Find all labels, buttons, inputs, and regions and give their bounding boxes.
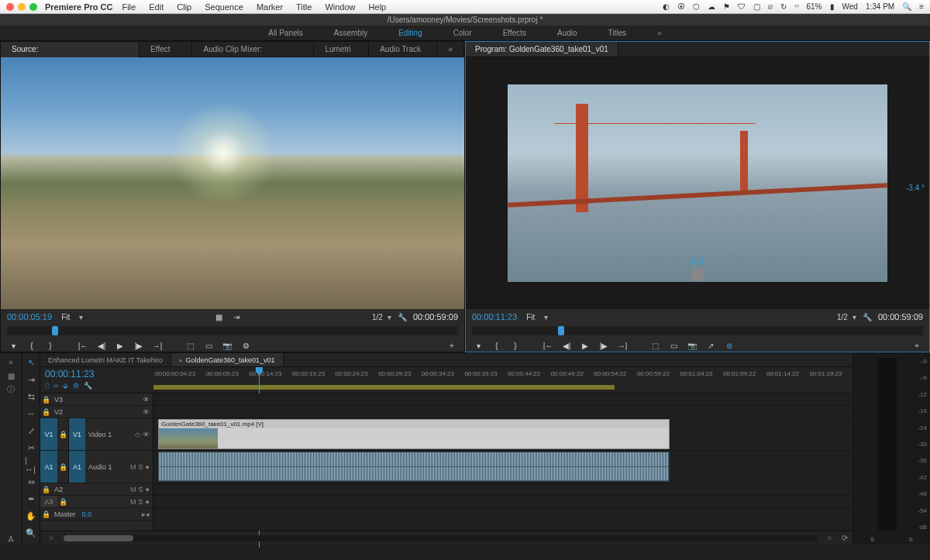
program-video-area[interactable]: -81.0 ° -3.4 ° (466, 57, 929, 309)
track-v2[interactable]: 🔒 V2 👁 (40, 406, 153, 418)
minimize-window[interactable] (18, 3, 26, 11)
master-level[interactable]: 0.0 (82, 510, 92, 518)
spotlight-icon[interactable]: 🔍 (902, 2, 911, 11)
window-controls[interactable] (6, 3, 37, 11)
record-icon[interactable]: ● (146, 486, 150, 493)
eye-icon[interactable]: 👁 (143, 408, 150, 416)
timeline-timecode[interactable]: 00:00:11:23 (45, 369, 149, 380)
shield-icon[interactable]: 🛡 (738, 2, 746, 11)
record-icon[interactable]: ● (146, 463, 150, 471)
settings-icon[interactable]: ▦ (213, 311, 226, 322)
chevron-down-icon[interactable]: ▾ (79, 313, 83, 321)
razor-tool[interactable]: ✂ (25, 441, 37, 454)
chevron-down-icon[interactable]: ▾ (544, 313, 548, 321)
mark-in-icon[interactable]: { (26, 340, 38, 351)
add-marker-icon[interactable]: ▾ (472, 340, 484, 351)
cloud-icon[interactable]: ☁ (708, 2, 715, 11)
go-to-out-icon[interactable]: →| (616, 340, 629, 351)
solo-left[interactable]: S (870, 536, 874, 543)
zoom-thumb[interactable] (64, 535, 133, 541)
tab-source-clip[interactable]: Source: GoldenGate360_take01_v01.mp4 (1, 42, 140, 57)
status-icon[interactable]: ⦿ (677, 2, 685, 11)
go-to-out-icon[interactable]: →| (151, 340, 164, 351)
dropbox-icon[interactable]: ⬡ (693, 2, 700, 11)
track-a2[interactable]: 🔒 A2 MS● (40, 483, 153, 496)
workspace-titles[interactable]: Titles (605, 29, 630, 37)
tab-program[interactable]: Program: GoldenGate360_take01_v01 (466, 42, 618, 57)
slip-tool[interactable]: |↔| (25, 459, 37, 471)
solo-icon[interactable]: S (139, 498, 143, 506)
track-a1[interactable]: A1 🔒 A1 Audio 1 MS● (40, 451, 153, 483)
extract-icon[interactable]: ▭ (667, 340, 680, 351)
menu-window[interactable]: Window (325, 2, 355, 12)
clock-time[interactable]: 1:34 PM (866, 2, 894, 11)
zoom-tool[interactable]: 🔍 (25, 527, 37, 539)
button-editor-icon[interactable]: ＋ (911, 340, 923, 351)
vr-angle-knob[interactable] (691, 268, 704, 282)
overwrite-icon[interactable]: ▭ (202, 340, 215, 351)
step-back-icon[interactable]: ◀| (95, 340, 108, 351)
button-editor-icon[interactable]: ＋ (446, 340, 458, 351)
solo-right[interactable]: S (909, 536, 913, 543)
track-a3[interactable]: A3 🔒 MS● (40, 496, 153, 508)
pen-tool[interactable]: ✒ (25, 493, 37, 505)
v1-track-target[interactable]: V1 (68, 418, 85, 450)
menu-title[interactable]: Title (296, 2, 312, 12)
collapse-icon[interactable]: » (5, 356, 16, 367)
rate-stretch-tool[interactable]: ⤢ (25, 424, 37, 437)
export-frame-icon[interactable]: 📷 (221, 340, 233, 351)
hand-tool[interactable]: ✋ (25, 510, 37, 522)
menu-icon[interactable]: ≡ (919, 2, 924, 11)
a1-source-patch[interactable]: A1 (40, 451, 57, 483)
wrench-icon[interactable]: 🔧 (861, 311, 873, 322)
rolling-edit-tool[interactable]: ↔ (25, 407, 37, 420)
source-playhead[interactable] (52, 326, 58, 335)
close-icon[interactable]: × (179, 357, 183, 364)
lock-icon[interactable]: 🔒 (57, 463, 68, 471)
step-fwd-icon[interactable]: |▶ (133, 340, 145, 351)
a3-track-target[interactable]: A3 (40, 496, 57, 507)
sequence-tab-1[interactable]: ×GoldenGate360_take01_v01 (171, 353, 284, 366)
marker-icon[interactable]: ⬙ (63, 382, 68, 390)
drag-video-icon[interactable]: ⇥ (230, 311, 243, 322)
settings-icon[interactable]: ⚙ (239, 340, 252, 351)
scroll-icon[interactable]: ⟳ (842, 534, 848, 542)
lock-icon[interactable]: 🔒 (57, 431, 68, 438)
workspace-color[interactable]: Color (450, 29, 475, 37)
workspace-overflow[interactable]: » (654, 29, 665, 37)
lock-icon[interactable]: 🔒 (40, 510, 51, 518)
program-scrubber[interactable] (472, 326, 923, 335)
work-area-bar[interactable] (153, 385, 615, 390)
lock-icon[interactable]: 🔒 (57, 498, 68, 506)
battery-icon[interactable]: ▮ (830, 2, 835, 11)
close-window[interactable] (6, 3, 14, 11)
mark-in-icon[interactable]: { (491, 340, 503, 351)
wifi-icon[interactable]: ⌔ (794, 2, 799, 11)
a1-track-target[interactable]: A1 (68, 451, 85, 483)
mute-icon[interactable]: M (130, 463, 136, 471)
lock-icon[interactable]: 🔒 (40, 486, 51, 493)
chevron-down-icon[interactable]: ▾ (388, 313, 391, 321)
tab-audio-clip-mixer[interactable]: Audio Clip Mixer: GoldenGate360_take01_v… (192, 42, 314, 57)
mark-out-icon[interactable]: } (44, 340, 57, 351)
comparison-icon[interactable]: ↗ (704, 340, 717, 351)
info-icon[interactable]: ⓘ (5, 384, 16, 395)
source-video-area[interactable] (1, 57, 464, 309)
display-icon[interactable]: ⎚ (768, 2, 773, 11)
lock-icon[interactable]: 🔒 (40, 408, 51, 416)
go-to-in-icon[interactable]: |← (542, 340, 554, 351)
mute-icon[interactable]: M (130, 498, 136, 506)
program-timecode-in[interactable]: 00:00:11:23 (472, 312, 517, 321)
timemachine-icon[interactable]: ↻ (780, 2, 787, 11)
lift-icon[interactable]: ⬚ (649, 340, 661, 351)
menu-sequence[interactable]: Sequence (205, 2, 243, 12)
sequence-tab-0[interactable]: Enhanced Lumetri MAKE IT Takehiro (40, 353, 171, 366)
workspace-effects[interactable]: Effects (500, 29, 529, 37)
export-frame-icon[interactable]: 📷 (686, 340, 698, 351)
time-ruler[interactable]: :00 00:00:04:23 00:00:09:23 00:00:14:23 … (153, 367, 852, 393)
v1-source-patch[interactable]: V1 (40, 418, 57, 450)
settings-icon[interactable]: ⚙ (73, 382, 79, 390)
linked-selection-icon[interactable]: ∞ (53, 382, 58, 390)
play-icon[interactable]: ▶ (114, 340, 126, 351)
keyframe-icon[interactable]: ◇ (135, 431, 140, 438)
